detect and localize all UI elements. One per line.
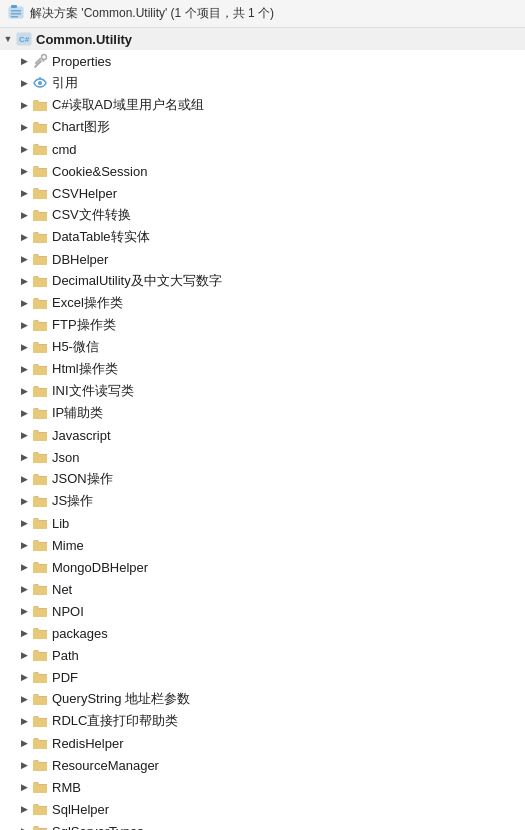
item-label-npoi: NPOI bbox=[52, 604, 84, 619]
root-expand-arrow[interactable]: ▼ bbox=[0, 31, 16, 47]
folder-icon-sql-helper bbox=[32, 801, 48, 817]
item-label-sql-helper: SqlHelper bbox=[52, 802, 109, 817]
expand-arrow-rdlc[interactable]: ▶ bbox=[16, 713, 32, 729]
tree-item-pdf[interactable]: ▶ PDF bbox=[0, 666, 525, 688]
expand-arrow-ini-class[interactable]: ▶ bbox=[16, 383, 32, 399]
item-label-js-operation: JS操作 bbox=[52, 492, 93, 510]
expand-arrow-mime[interactable]: ▶ bbox=[16, 537, 32, 553]
item-label-decimal-utility: DecimalUtility及中文大写数字 bbox=[52, 272, 222, 290]
tree-item-csv-convert[interactable]: ▶ CSV文件转换 bbox=[0, 204, 525, 226]
expand-arrow-redis-helper[interactable]: ▶ bbox=[16, 735, 32, 751]
expand-arrow-pdf[interactable]: ▶ bbox=[16, 669, 32, 685]
expand-arrow-javascript[interactable]: ▶ bbox=[16, 427, 32, 443]
expand-arrow-resource-manager[interactable]: ▶ bbox=[16, 757, 32, 773]
expand-arrow-csvhelper[interactable]: ▶ bbox=[16, 185, 32, 201]
tree-item-decimal-utility[interactable]: ▶ DecimalUtility及中文大写数字 bbox=[0, 270, 525, 292]
item-label-references: 引用 bbox=[52, 74, 78, 92]
expand-arrow-decimal-utility[interactable]: ▶ bbox=[16, 273, 32, 289]
tree-item-net[interactable]: ▶ Net bbox=[0, 578, 525, 600]
tree-item-querystring[interactable]: ▶ QueryString 地址栏参数 bbox=[0, 688, 525, 710]
expand-arrow-chart[interactable]: ▶ bbox=[16, 119, 32, 135]
expand-arrow-json-operation[interactable]: ▶ bbox=[16, 471, 32, 487]
expand-arrow-csv-convert[interactable]: ▶ bbox=[16, 207, 32, 223]
expand-arrow-json[interactable]: ▶ bbox=[16, 449, 32, 465]
expand-arrow-ip-helper[interactable]: ▶ bbox=[16, 405, 32, 421]
tree-item-sqlserver-types[interactable]: ▶ SqlServerTypes bbox=[0, 820, 525, 830]
tree-item-resource-manager[interactable]: ▶ ResourceManager bbox=[0, 754, 525, 776]
tree-item-rdlc[interactable]: ▶ RDLC直接打印帮助类 bbox=[0, 710, 525, 732]
item-label-sqlserver-types: SqlServerTypes bbox=[52, 824, 144, 831]
expand-arrow-datatable-entity[interactable]: ▶ bbox=[16, 229, 32, 245]
project-root[interactable]: ▼ C# Common.Utility bbox=[0, 28, 525, 50]
tree-item-redis-helper[interactable]: ▶ RedisHelper bbox=[0, 732, 525, 754]
tree-item-chart[interactable]: ▶ Chart图形 bbox=[0, 116, 525, 138]
item-label-chart: Chart图形 bbox=[52, 118, 110, 136]
item-label-properties: Properties bbox=[52, 54, 111, 69]
expand-arrow-references[interactable]: ▶ bbox=[16, 75, 32, 91]
tree-item-npoi[interactable]: ▶ NPOI bbox=[0, 600, 525, 622]
expand-arrow-cookie-session[interactable]: ▶ bbox=[16, 163, 32, 179]
expand-arrow-properties[interactable]: ▶ bbox=[16, 53, 32, 69]
tree-item-packages[interactable]: ▶ packages bbox=[0, 622, 525, 644]
expand-arrow-dbhelper[interactable]: ▶ bbox=[16, 251, 32, 267]
item-label-rdlc: RDLC直接打印帮助类 bbox=[52, 712, 178, 730]
tree-item-cmd[interactable]: ▶ cmd bbox=[0, 138, 525, 160]
item-label-pdf: PDF bbox=[52, 670, 78, 685]
svg-rect-2 bbox=[11, 10, 21, 12]
tree-item-ini-class[interactable]: ▶ INI文件读写类 bbox=[0, 380, 525, 402]
expand-arrow-h5-wechat[interactable]: ▶ bbox=[16, 339, 32, 355]
tree-item-javascript[interactable]: ▶ Javascript bbox=[0, 424, 525, 446]
project-root-label: Common.Utility bbox=[36, 32, 132, 47]
tree-item-json-operation[interactable]: ▶ JSON操作 bbox=[0, 468, 525, 490]
tree-item-html-class[interactable]: ▶ Html操作类 bbox=[0, 358, 525, 380]
references-icon bbox=[32, 75, 48, 91]
expand-arrow-mongodb-helper[interactable]: ▶ bbox=[16, 559, 32, 575]
expand-arrow-html-class[interactable]: ▶ bbox=[16, 361, 32, 377]
folder-icon-csvhelper bbox=[32, 185, 48, 201]
expand-arrow-c-sharp-ad[interactable]: ▶ bbox=[16, 97, 32, 113]
expand-arrow-packages[interactable]: ▶ bbox=[16, 625, 32, 641]
expand-arrow-path[interactable]: ▶ bbox=[16, 647, 32, 663]
expand-arrow-excel-class[interactable]: ▶ bbox=[16, 295, 32, 311]
folder-icon-mongodb-helper bbox=[32, 559, 48, 575]
folder-icon-c-sharp-ad bbox=[32, 97, 48, 113]
tree-item-c-sharp-ad[interactable]: ▶ C#读取AD域里用户名或组 bbox=[0, 94, 525, 116]
tree-item-csvhelper[interactable]: ▶ CSVHelper bbox=[0, 182, 525, 204]
tree-container: ▼ C# Common.Utility ▶ Properties▶ 引用▶ C#… bbox=[0, 28, 525, 830]
expand-arrow-querystring[interactable]: ▶ bbox=[16, 691, 32, 707]
folder-icon-ip-helper bbox=[32, 405, 48, 421]
expand-arrow-cmd[interactable]: ▶ bbox=[16, 141, 32, 157]
expand-arrow-ftp-class[interactable]: ▶ bbox=[16, 317, 32, 333]
folder-icon-h5-wechat bbox=[32, 339, 48, 355]
expand-arrow-lib[interactable]: ▶ bbox=[16, 515, 32, 531]
folder-icon-resource-manager bbox=[32, 757, 48, 773]
tree-item-sql-helper[interactable]: ▶ SqlHelper bbox=[0, 798, 525, 820]
item-label-excel-class: Excel操作类 bbox=[52, 294, 123, 312]
tree-item-excel-class[interactable]: ▶ Excel操作类 bbox=[0, 292, 525, 314]
tree-item-datatable-entity[interactable]: ▶ DataTable转实体 bbox=[0, 226, 525, 248]
properties-icon bbox=[32, 53, 48, 69]
tree-item-mongodb-helper[interactable]: ▶ MongoDBHelper bbox=[0, 556, 525, 578]
expand-arrow-js-operation[interactable]: ▶ bbox=[16, 493, 32, 509]
tree-item-js-operation[interactable]: ▶ JS操作 bbox=[0, 490, 525, 512]
folder-icon-rdlc bbox=[32, 713, 48, 729]
item-label-csv-convert: CSV文件转换 bbox=[52, 206, 131, 224]
tree-item-ip-helper[interactable]: ▶ IP辅助类 bbox=[0, 402, 525, 424]
tree-item-properties[interactable]: ▶ Properties bbox=[0, 50, 525, 72]
tree-item-cookie-session[interactable]: ▶ Cookie&Session bbox=[0, 160, 525, 182]
expand-arrow-sql-helper[interactable]: ▶ bbox=[16, 801, 32, 817]
tree-item-json[interactable]: ▶ Json bbox=[0, 446, 525, 468]
tree-item-lib[interactable]: ▶ Lib bbox=[0, 512, 525, 534]
folder-icon-excel-class bbox=[32, 295, 48, 311]
tree-item-ftp-class[interactable]: ▶ FTP操作类 bbox=[0, 314, 525, 336]
tree-item-mime[interactable]: ▶ Mime bbox=[0, 534, 525, 556]
expand-arrow-net[interactable]: ▶ bbox=[16, 581, 32, 597]
expand-arrow-sqlserver-types[interactable]: ▶ bbox=[16, 823, 32, 830]
tree-item-dbhelper[interactable]: ▶ DBHelper bbox=[0, 248, 525, 270]
expand-arrow-rmb[interactable]: ▶ bbox=[16, 779, 32, 795]
tree-item-h5-wechat[interactable]: ▶ H5-微信 bbox=[0, 336, 525, 358]
tree-item-path[interactable]: ▶ Path bbox=[0, 644, 525, 666]
tree-item-rmb[interactable]: ▶ RMB bbox=[0, 776, 525, 798]
expand-arrow-npoi[interactable]: ▶ bbox=[16, 603, 32, 619]
tree-item-references[interactable]: ▶ 引用 bbox=[0, 72, 525, 94]
